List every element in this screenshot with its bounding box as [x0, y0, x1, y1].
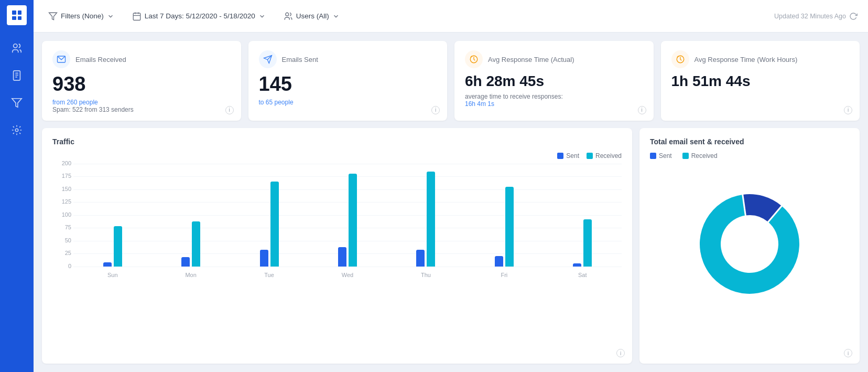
bar-chart-container: 2001751501251007550250SunMonTueWedThuFri…	[52, 164, 622, 279]
bar-group-sun	[73, 164, 151, 267]
day-label-fri: Fri	[465, 272, 543, 278]
avg-actual-info[interactable]: i	[638, 106, 646, 114]
bar-sent-fri	[495, 256, 503, 267]
charts-row: Traffic Sent Received 200175150125100755…	[42, 128, 860, 364]
emails-sent-icon	[259, 50, 277, 68]
bar-sent-tue	[260, 250, 268, 266]
donut-legend-received-dot	[682, 153, 689, 159]
content-area: Emails Received 938 from 260 people Spam…	[34, 33, 868, 372]
emails-sent-sub1: to 65 people	[259, 99, 437, 106]
bar-group-fri	[465, 164, 543, 267]
day-label-thu: Thu	[387, 272, 465, 278]
bar-received-wed	[349, 174, 357, 266]
emails-sent-info[interactable]: i	[431, 106, 440, 114]
avg-actual-sub1: average time to receive responses:	[465, 93, 643, 100]
svg-point-6	[15, 129, 18, 132]
stat-cards-row: Emails Received 938 from 260 people Spam…	[42, 41, 860, 121]
svg-marker-5	[12, 99, 21, 108]
donut-legend-sent-label: Sent	[659, 152, 672, 160]
emails-received-icon	[52, 50, 70, 68]
refresh-icon[interactable]	[849, 12, 858, 20]
avg-work-icon	[671, 50, 689, 68]
svg-rect-8	[133, 13, 140, 20]
donut-chart-title: Total email sent & received	[650, 137, 849, 146]
avg-work-label: Avg Response Time (Work Hours)	[695, 56, 798, 63]
traffic-chart-info[interactable]: i	[616, 349, 625, 357]
svg-point-0	[14, 44, 17, 48]
legend-received-dot	[587, 153, 593, 159]
donut-legend-sent-dot	[650, 153, 656, 159]
stat-card-avg-actual: Avg Response Time (Actual) 6h 28m 45s av…	[454, 41, 654, 121]
legend-received-label: Received	[595, 152, 622, 160]
sidebar	[0, 0, 34, 372]
emails-received-value: 938	[52, 73, 231, 95]
avg-actual-label: Avg Response Time (Actual)	[488, 56, 574, 63]
bar-group-tue	[230, 164, 308, 267]
legend-received: Received	[587, 152, 622, 160]
bar-received-sat	[583, 219, 592, 267]
donut-legend: Sent Received	[650, 152, 849, 160]
emails-received-sub1: from 260 people	[52, 99, 231, 106]
bar-sent-sat	[573, 263, 581, 267]
bar-received-fri	[505, 187, 514, 267]
sidebar-icon-reports[interactable]	[0, 62, 34, 89]
day-label-sat: Sat	[544, 272, 622, 278]
bar-group-wed	[308, 164, 386, 267]
bar-group-sat	[544, 164, 622, 267]
sidebar-logo[interactable]	[7, 5, 27, 25]
svg-rect-1	[14, 71, 20, 80]
updated-status: Updated 32 Minutes Ago	[774, 12, 858, 20]
bar-sent-sun	[103, 262, 112, 267]
svg-point-12	[285, 13, 288, 16]
legend-sent: Sent	[557, 152, 579, 160]
avg-actual-icon	[465, 50, 483, 68]
day-label-wed: Wed	[308, 272, 386, 278]
avg-work-value: 1h 51m 44s	[671, 73, 850, 90]
donut-legend-sent: Sent	[650, 152, 672, 160]
traffic-chart-card: Traffic Sent Received 200175150125100755…	[42, 128, 632, 364]
main-area: Filters (None) Last 7 Days: 5/12/2020 - …	[34, 0, 868, 372]
day-label-tue: Tue	[230, 272, 308, 278]
filter-button[interactable]: Filters (None)	[44, 9, 118, 24]
donut-legend-received: Received	[682, 152, 718, 160]
donut-chart-card: Total email sent & received Sent Receive…	[639, 128, 860, 364]
bar-group-thu	[387, 164, 465, 267]
avg-actual-sub2: 16h 4m 1s	[465, 100, 643, 108]
donut-svg	[687, 181, 812, 307]
toolbar: Filters (None) Last 7 Days: 5/12/2020 - …	[34, 0, 868, 33]
emails-received-info[interactable]: i	[225, 106, 234, 114]
logo-grid	[12, 10, 21, 20]
filter-label: Filters (None)	[61, 12, 104, 20]
bar-chart-legend: Sent Received	[52, 152, 622, 160]
day-label-sun: Sun	[73, 272, 151, 278]
bar-received-tue	[270, 182, 279, 267]
bar-received-sun	[114, 226, 122, 266]
legend-sent-dot	[557, 153, 563, 159]
day-label-mon: Mon	[151, 272, 230, 278]
avg-work-info[interactable]: i	[844, 106, 852, 114]
updated-label: Updated 32 Minutes Ago	[774, 13, 846, 20]
donut-chart-container	[650, 168, 849, 315]
bar-group-mon	[151, 164, 230, 267]
emails-received-sub2: Spam: 522 from 313 senders	[52, 106, 231, 113]
sidebar-icon-settings[interactable]	[0, 116, 34, 144]
bar-sent-mon	[181, 257, 190, 267]
svg-marker-7	[49, 13, 57, 20]
bar-received-thu	[427, 172, 435, 267]
avg-actual-value: 6h 28m 45s	[465, 73, 643, 90]
date-filter-button[interactable]: Last 7 Days: 5/12/2020 - 5/18/2020	[128, 9, 270, 24]
emails-sent-label: Emails Sent	[282, 56, 318, 63]
users-label: Users (All)	[296, 12, 329, 20]
legend-sent-label: Sent	[566, 152, 579, 160]
emails-sent-value: 145	[259, 73, 437, 95]
donut-chart-info[interactable]: i	[844, 349, 852, 357]
stat-card-avg-work: Avg Response Time (Work Hours) 1h 51m 44…	[661, 41, 860, 121]
traffic-chart-title: Traffic	[52, 137, 622, 146]
bar-sent-wed	[338, 247, 346, 267]
date-label: Last 7 Days: 5/12/2020 - 5/18/2020	[145, 12, 255, 20]
sidebar-icon-users[interactable]	[0, 35, 34, 62]
bar-sent-thu	[416, 250, 425, 266]
sidebar-icon-filter[interactable]	[0, 89, 34, 116]
users-filter-button[interactable]: Users (All)	[279, 9, 344, 24]
stat-card-emails-sent: Emails Sent 145 to 65 people i	[248, 41, 448, 121]
